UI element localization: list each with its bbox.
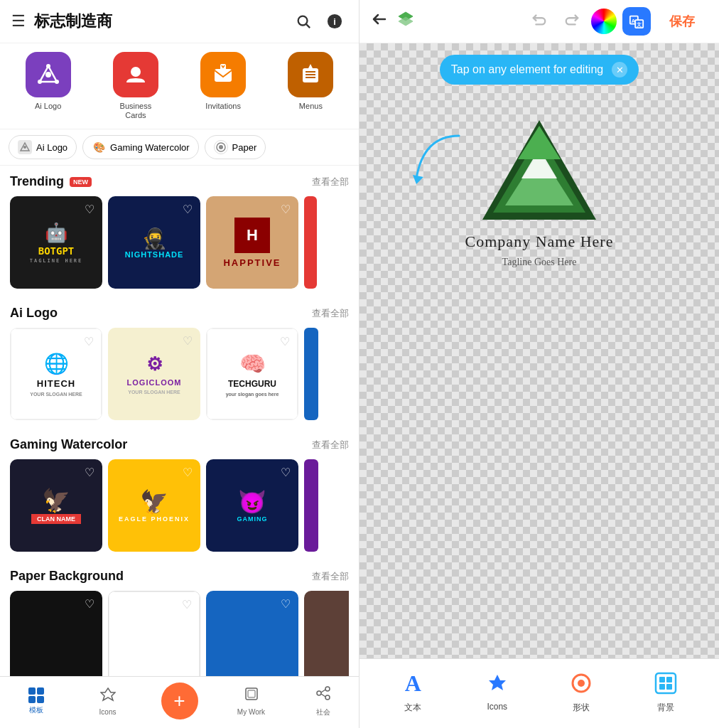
phoenix-text: EAGLE PHOENIX <box>119 515 190 523</box>
svg-rect-22 <box>246 688 257 700</box>
paper-card-4[interactable]: ♡ <box>304 591 349 676</box>
save-button[interactable]: 保存 <box>656 7 708 36</box>
chip-gaming-watercolor[interactable]: 🎨 Gaming Watercolor <box>82 135 199 159</box>
chip-paper[interactable]: Paper <box>205 135 266 159</box>
add-button[interactable]: + <box>161 682 198 719</box>
hitech-favorite[interactable]: ♡ <box>80 333 97 350</box>
back-button[interactable] <box>371 11 388 32</box>
paper-card-2[interactable]: ♡ <box>108 591 200 676</box>
svg-rect-23 <box>248 690 255 697</box>
hamburger-icon[interactable]: ☰ <box>11 12 26 31</box>
botgpt-favorite[interactable]: ♡ <box>81 200 98 218</box>
paper-see-all[interactable]: 查看全部 <box>312 570 349 583</box>
my-work-label: My Work <box>237 708 265 716</box>
search-button[interactable] <box>291 9 316 34</box>
color-wheel-button[interactable] <box>591 9 617 34</box>
info-button[interactable]: i <box>322 9 347 34</box>
paper-card-1[interactable]: ♡ <box>10 591 102 676</box>
paper-1-favorite[interactable]: ♡ <box>81 595 98 612</box>
logicloom-icon: ⚙ <box>146 353 163 375</box>
happtive-h: H <box>234 218 270 253</box>
category-invitations[interactable]: Invitations <box>181 52 266 120</box>
clan-icon: 🦅 <box>42 487 70 514</box>
text-tool-label: 文本 <box>404 702 421 714</box>
clan-favorite[interactable]: ♡ <box>81 464 98 481</box>
paper-3-favorite[interactable]: ♡ <box>277 595 294 612</box>
svg-rect-45 <box>659 677 665 682</box>
svg-point-24 <box>325 687 330 691</box>
svg-marker-16 <box>308 64 313 68</box>
ai-logo-header: Ai Logo 查看全部 <box>10 306 349 321</box>
nightshade-favorite[interactable]: ♡ <box>179 200 196 218</box>
demon-favorite[interactable]: ♡ <box>277 464 294 481</box>
canvas-area[interactable]: Tap on any element for editing ✕ Compa <box>360 43 719 658</box>
tool-shapes[interactable]: 形状 <box>566 668 597 714</box>
paper-card-3[interactable]: ♡ <box>206 591 298 676</box>
bottom-tools-row: A 文本 Icons 形状 <box>360 665 719 717</box>
layers-button[interactable] <box>396 10 415 33</box>
gaming-card-demon[interactable]: 😈 GAMING ♡ <box>206 459 298 552</box>
tooltip-close-button[interactable]: ✕ <box>612 62 627 77</box>
nav-add[interactable]: + <box>144 682 215 719</box>
gaming-watercolor-grid: 🦅 CLAN NAME ♡ 🦅 EAGLE PHOENIX ♡ <box>10 459 349 557</box>
paper-4-bg <box>304 591 349 676</box>
gaming-watercolor-see-all[interactable]: 查看全部 <box>312 439 349 451</box>
logo-preview[interactable]: Company Name Here Tagline Goes Here <box>465 113 614 268</box>
trending-card-happtive[interactable]: H HAPPTIVE ♡ <box>206 196 298 289</box>
chip-ai-logo[interactable]: Ai Logo <box>9 135 77 159</box>
trending-section: Trending NEW 查看全部 🤖 BOTGPT TAGLINE HERE <box>0 166 359 297</box>
logicloom-sub: YOUR SLOGAN HERE <box>128 390 180 395</box>
hitech-icon: 🌐 <box>44 352 69 375</box>
category-row: Ai Logo BusinessCards Invitations <box>0 43 359 129</box>
svg-point-6 <box>46 64 50 68</box>
tool-text[interactable]: A 文本 <box>397 668 428 714</box>
logicloom-favorite[interactable]: ♡ <box>179 332 196 349</box>
happtive-favorite[interactable]: ♡ <box>277 200 294 218</box>
category-business-cards[interactable]: BusinessCards <box>93 52 178 120</box>
redo-button[interactable] <box>558 9 585 34</box>
techguru-favorite[interactable]: ♡ <box>276 333 293 350</box>
ai-logo-card-techguru[interactable]: 🧠 TECHGURU your slogan goes here ♡ <box>206 328 298 420</box>
translate-button[interactable]: A 文 <box>622 7 651 36</box>
nav-social[interactable]: 社会 <box>287 685 359 717</box>
svg-point-9 <box>131 67 141 77</box>
category-menus[interactable]: Menus <box>269 52 353 120</box>
tool-background[interactable]: 背景 <box>650 668 681 714</box>
svg-marker-35 <box>413 175 423 184</box>
trending-card-botgpt[interactable]: 🤖 BOTGPT TAGLINE HERE ♡ <box>10 196 102 289</box>
trending-see-all[interactable]: 查看全部 <box>312 176 349 188</box>
techguru-icon: 🧠 <box>239 351 266 376</box>
ai-logo-card-hitech[interactable]: 🌐 HITECH YOUR SLOGAN HERE ♡ <box>10 328 102 420</box>
ai-logo-partial <box>304 328 318 420</box>
triangle-logo-svg <box>468 113 610 227</box>
trending-title-wrap: Trending NEW <box>10 174 92 189</box>
tagline-text[interactable]: Tagline Goes Here <box>502 257 577 268</box>
icons-label: Icons <box>99 708 117 716</box>
templates-icon <box>28 687 44 703</box>
menus-label: Menus <box>299 102 323 111</box>
phoenix-favorite[interactable]: ♡ <box>179 464 196 481</box>
ai-logo-see-all[interactable]: 查看全部 <box>312 307 349 320</box>
icons-nav-icon <box>100 686 116 706</box>
ai-logo-label: Ai Logo <box>35 102 61 111</box>
social-label: 社会 <box>316 707 330 717</box>
company-name-text[interactable]: Company Name Here <box>465 232 614 251</box>
trending-card-nightshade[interactable]: 🥷 NIGHTSHADE ♡ <box>108 196 200 289</box>
left-panel: ☰ 标志制造商 i <box>0 0 360 728</box>
background-tool-label: 背景 <box>657 702 674 714</box>
tool-icons[interactable]: Icons <box>482 668 513 714</box>
app-title: 标志制造商 <box>34 11 291 32</box>
category-ai-logo[interactable]: Ai Logo <box>6 52 90 120</box>
nav-icons[interactable]: Icons <box>72 686 144 716</box>
ai-logo-card-logicloom[interactable]: ⚙ LOGICLOOM YOUR SLOGAN HERE ♡ <box>108 328 200 420</box>
gaming-card-clan[interactable]: 🦅 CLAN NAME ♡ <box>10 459 102 552</box>
paper-2-favorite[interactable]: ♡ <box>178 596 195 613</box>
svg-point-25 <box>317 691 321 695</box>
gaming-card-phoenix[interactable]: 🦅 EAGLE PHOENIX ♡ <box>108 459 200 552</box>
nav-my-work[interactable]: My Work <box>215 686 287 716</box>
undo-button[interactable] <box>526 9 553 34</box>
invitations-label: Invitations <box>205 102 241 111</box>
gaming-icon: 😈 <box>238 488 266 515</box>
nav-templates[interactable]: 模板 <box>0 687 72 715</box>
ai-logo-grid: 🌐 HITECH YOUR SLOGAN HERE ♡ ⚙ LOGICLOOM … <box>10 328 349 426</box>
